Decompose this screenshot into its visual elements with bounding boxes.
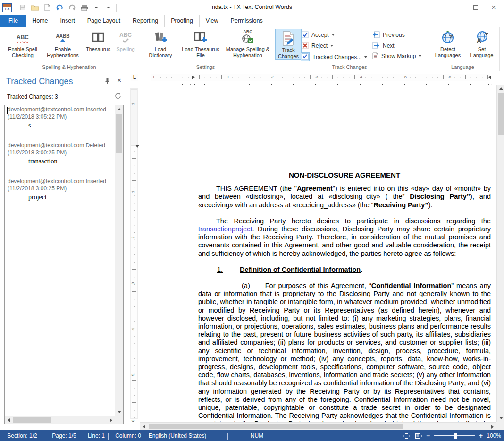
accept-button[interactable]: Accept — [302, 31, 335, 38]
right-indent-marker[interactable] — [488, 76, 491, 79]
status-column[interactable]: Column: 0 — [109, 430, 148, 441]
scroll-down-arrow[interactable] — [497, 414, 504, 422]
top-margin-zone — [131, 89, 137, 146]
vertical-ruler[interactable]: 1 1 2 3 4 5 6 — [129, 85, 139, 422]
zoom-out-button[interactable]: − — [426, 433, 430, 438]
minimize-button[interactable] — [449, 0, 467, 15]
enable-spell-checking-button[interactable]: ABC Enable Spell Checking — [4, 29, 41, 59]
chevron-down-icon — [332, 34, 335, 36]
ribbon: ABC Enable Spell Checking AABB Enable Hy… — [0, 27, 504, 71]
scroll-up-arrow[interactable] — [497, 85, 504, 93]
tab-selector-button[interactable]: L — [131, 74, 138, 81]
status-section[interactable]: Section: 1/2 — [0, 430, 44, 441]
group-label: Spelling & Hyphenation — [0, 64, 138, 70]
markup-document-icon — [372, 52, 378, 59]
ruler-number: 3 — [316, 75, 318, 79]
scrollbar-corner — [496, 422, 504, 430]
tracked-changes-items: development@textcontrol.com Inserted (11… — [6, 106, 114, 415]
next-button[interactable]: Next — [372, 42, 395, 49]
panel-title: Tracked Changes — [6, 76, 73, 86]
reject-button[interactable]: Reject — [302, 42, 333, 49]
tab-reporting[interactable]: Reporting — [126, 15, 164, 27]
spelling-button: ABC Spelling — [114, 29, 137, 52]
tab-view[interactable]: View — [200, 15, 225, 27]
show-markup-button[interactable]: Show Markup — [372, 52, 421, 59]
scrollbar-thumb[interactable] — [149, 424, 403, 429]
tracked-change-item[interactable]: development@textcontrol.com Deleted (11/… — [6, 142, 114, 165]
track-changes-button[interactable]: Track Changes — [275, 29, 302, 60]
maximize-button[interactable] — [467, 0, 485, 15]
ruler-number: 1 — [131, 101, 135, 107]
tracked-changes-list[interactable]: development@textcontrol.com Inserted (11… — [4, 105, 124, 424]
manage-spelling-hyphenation-button[interactable]: ABC Manage Spelling & Hyphenation — [223, 29, 272, 59]
document-viewport: NON-DISCLOSURE AGREEMENT THIS AGREEMENT … — [140, 85, 496, 422]
refresh-icon[interactable] — [115, 93, 121, 101]
group-label: Language — [426, 64, 499, 70]
globe-check-icon: ABC — [242, 29, 254, 45]
document-vertical-scrollbar[interactable] — [496, 85, 504, 422]
status-page[interactable]: Page: 1/5 — [44, 430, 84, 441]
book-icon — [92, 29, 104, 45]
fit-page-icon[interactable] — [403, 433, 411, 439]
tracked-change-item[interactable]: development@textcontrol.com Inserted (11… — [6, 106, 114, 129]
zoom-in-button[interactable]: + — [479, 433, 483, 438]
scroll-left-arrow[interactable] — [140, 423, 148, 431]
tracked-changes-list-button[interactable]: Tracked Changes... — [301, 52, 367, 61]
scrollbar-thumb[interactable] — [116, 114, 122, 153]
scrollbar-thumb[interactable] — [498, 93, 504, 135]
scroll-right-arrow[interactable] — [488, 423, 496, 431]
tab-insert[interactable]: Insert — [54, 15, 81, 27]
top-margin-marker[interactable] — [135, 145, 139, 148]
enable-hyphenations-button[interactable]: AABB Enable Hyphenations — [43, 29, 83, 59]
change-meta: development@textcontrol.com Inserted (11… — [8, 106, 114, 120]
document-horizontal-scrollbar[interactable] — [140, 422, 496, 430]
set-language-button[interactable]: A Set Language — [467, 29, 497, 59]
zoom-slider[interactable] — [434, 435, 475, 436]
previous-button[interactable]: Previous — [372, 31, 405, 38]
first-line-indent-marker[interactable] — [192, 76, 195, 79]
tracked-changes-panel: Tracked Changes × Tracked Changes: 3 dev… — [0, 71, 127, 430]
scroll-right-arrow[interactable] — [107, 416, 115, 424]
ruler-number: 6 — [449, 75, 451, 79]
tab-home[interactable]: Home — [26, 15, 54, 27]
status-language[interactable]: English (United States) — [148, 430, 207, 441]
scrollbar-thumb[interactable] — [13, 417, 51, 423]
horizontal-ruler[interactable]: 1 1 2 3 4 5 6 — [140, 72, 495, 84]
list-vertical-scrollbar[interactable] — [115, 105, 123, 416]
load-thesaurus-file-button[interactable]: Load Thesaurus File — [180, 29, 221, 59]
thesaurus-button[interactable]: Thesaurus — [84, 29, 113, 52]
tab-file[interactable]: File — [0, 15, 26, 27]
status-line[interactable]: Line: 1 — [84, 430, 108, 441]
zoom-slider-thumb[interactable] — [454, 433, 457, 439]
set-language-globe-icon: A — [475, 29, 489, 45]
scrollbar-corner — [115, 416, 123, 424]
scroll-left-arrow[interactable] — [5, 416, 13, 424]
pin-icon[interactable] — [105, 77, 110, 86]
scroll-down-arrow[interactable] — [115, 408, 123, 416]
tab-proofing[interactable]: Proofing — [164, 15, 200, 27]
change-text: s — [8, 122, 114, 129]
scroll-up-arrow[interactable] — [115, 105, 123, 113]
previous-icon — [372, 31, 380, 38]
tab-page-layout[interactable]: Page Layout — [81, 15, 126, 27]
ruler-number: 3 — [131, 280, 135, 286]
paragraph: (a)For purposes of this Agreement, “Conf… — [198, 282, 491, 422]
tracked-changes-list-icon — [301, 52, 310, 61]
ruler-ticks — [151, 74, 490, 81]
tracked-change-item[interactable]: development@textcontrol.com Inserted (11… — [6, 178, 114, 201]
group-track-changes: Track Changes Accept Reject Tracked Chan… — [273, 27, 426, 71]
tab-permissions[interactable]: Permissions — [225, 15, 269, 27]
list-horizontal-scrollbar[interactable] — [5, 416, 115, 424]
detect-languages-button[interactable]: Detect Languages — [431, 29, 465, 59]
dictionary-plus-icon — [154, 29, 167, 45]
close-button[interactable]: × — [485, 0, 503, 15]
group-language: Detect Languages A Set Language Language — [426, 27, 500, 71]
group-settings: Load Dictionary Load Thesaurus File ABC … — [138, 27, 273, 71]
fit-width-icon[interactable] — [414, 433, 422, 439]
document-title: NON-DISCLOSURE AGREEMENT — [198, 171, 491, 179]
load-dictionary-button[interactable]: Load Dictionary — [143, 29, 178, 59]
document-page[interactable]: NON-DISCLOSURE AGREEMENT THIS AGREEMENT … — [151, 100, 496, 422]
tracked-deletion: transaction — [198, 225, 232, 233]
panel-close-button[interactable]: × — [117, 77, 121, 84]
status-empty — [207, 430, 227, 441]
